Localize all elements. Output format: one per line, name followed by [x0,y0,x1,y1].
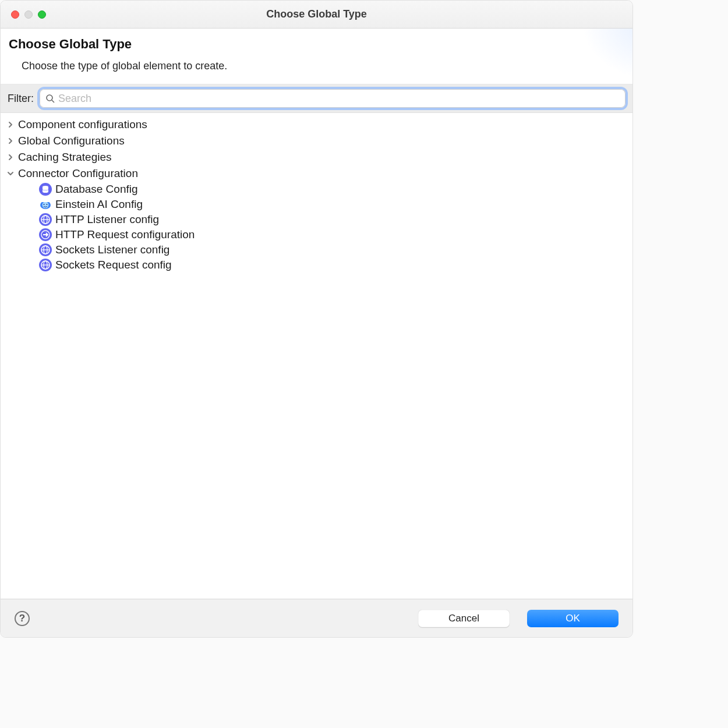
tree-group[interactable]: Global Configurations [1,133,632,149]
tree-item[interactable]: Sockets Listener config [1,242,632,257]
svg-point-11 [44,204,45,205]
svg-point-12 [47,204,48,205]
svg-point-0 [47,95,52,101]
tree-item[interactable]: HTTP Listener config [1,212,632,227]
cancel-button[interactable]: Cancel [418,610,510,627]
tree-item-label: HTTP Request configuration [55,228,195,241]
window-title: Choose Global Type [1,8,632,20]
tree-item-label: Sockets Listener config [55,243,169,256]
titlebar: Choose Global Type [1,1,632,29]
chevron-right-icon [6,121,15,129]
tree-group-label: Component configurations [18,118,147,131]
socket-icon [39,259,52,271]
dialog-subtitle: Choose the type of global element to cre… [22,60,622,72]
dialog-footer: ? Cancel OK [1,599,632,637]
search-icon [45,94,55,103]
dialog-heading: Choose Global Type [9,37,622,52]
dialog-header: Choose Global Type Choose the type of gl… [1,29,632,84]
tree-item[interactable]: Sockets Request config [1,257,632,273]
tree-group[interactable]: Caching Strategies [1,149,632,165]
maximize-window-button[interactable] [38,10,46,19]
ok-button[interactable]: OK [527,610,619,627]
tree-item[interactable]: Einstein AI Config [1,197,632,212]
help-button[interactable]: ? [15,611,30,626]
chevron-right-icon [6,137,15,145]
tree-group[interactable]: Component configurations [1,116,632,133]
chevron-down-icon [6,169,15,178]
filter-label: Filter: [8,93,34,105]
type-tree[interactable]: Component configurationsGlobal Configura… [1,113,632,599]
tree-group-label: Connector Configuration [18,167,138,180]
tree-group-label: Global Configurations [18,135,125,147]
tree-group[interactable]: Connector Configuration [1,165,632,182]
minimize-window-button[interactable] [24,10,33,19]
search-field-wrap[interactable] [40,89,625,108]
filter-row: Filter: [1,84,632,113]
close-window-button[interactable] [11,10,19,19]
einstein-icon [39,198,52,211]
window-controls [11,10,46,19]
svg-line-1 [52,100,54,103]
tree-item-label: HTTP Listener config [55,213,159,226]
database-icon [39,183,52,196]
tree-item[interactable]: Database Config [1,182,632,197]
svg-point-5 [43,190,48,193]
http-icon [39,213,52,226]
svg-point-7 [43,188,48,190]
tree-item-label: Database Config [55,183,138,196]
tree-item[interactable]: HTTP Request configuration [1,227,632,242]
search-input[interactable] [58,93,620,105]
tree-item-label: Einstein AI Config [55,198,143,211]
http-arrow-icon [39,228,52,241]
tree-group-label: Caching Strategies [18,151,112,164]
socket-icon [39,243,52,256]
chevron-right-icon [6,153,15,161]
tree-item-label: Sockets Request config [55,259,172,271]
